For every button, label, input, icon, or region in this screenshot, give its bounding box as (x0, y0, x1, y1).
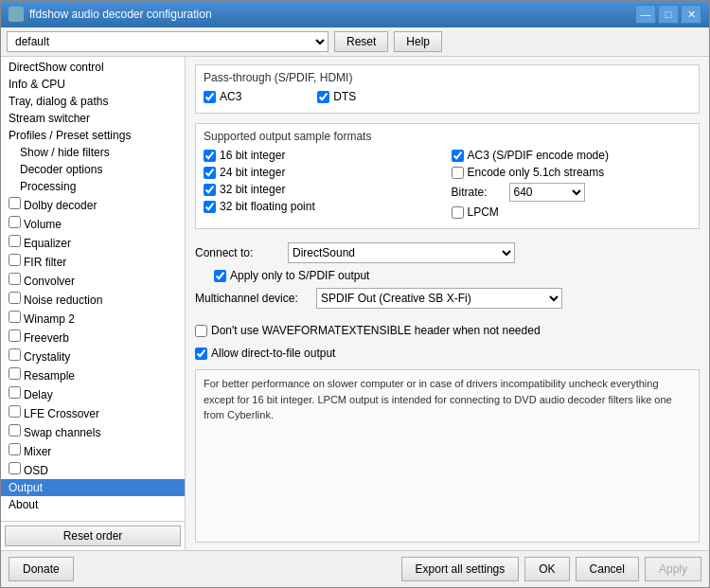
ok-button[interactable]: OK (524, 557, 569, 581)
window-title: ffdshow audio decoder configuration (29, 8, 630, 21)
connect-select[interactable]: DirectSound WASAPI WaveOut (288, 242, 515, 263)
sidebar-item-about[interactable]: About (1, 496, 185, 513)
sidebar-item-swap[interactable]: Swap channels (1, 422, 185, 441)
sidebar-item-freeverb[interactable]: Freeverb (1, 328, 185, 347)
sidebar-item-equalizer[interactable]: Equalizer (1, 233, 185, 252)
sidebar-checkbox-equalizer[interactable] (9, 235, 21, 247)
sidebar-item-crystality[interactable]: Crystality (1, 347, 185, 365)
sidebar-label-equalizer: Equalizer (24, 237, 71, 250)
sidebar-label-dolby: Dolby decoder (24, 199, 97, 212)
24bit-label: 24 bit integer (220, 166, 285, 179)
sidebar-item-profiles[interactable]: Profiles / Preset settings (1, 127, 185, 144)
sidebar: DirectShow controlInfo & CPUTray, dialog… (1, 57, 186, 550)
sidebar-item-directshow[interactable]: DirectShow control (1, 59, 185, 76)
sidebar-label-resample: Resample (24, 369, 75, 383)
sidebar-item-resample[interactable]: Resample (1, 365, 185, 384)
ac3-checkbox[interactable] (204, 91, 216, 103)
waveformat-checkbox[interactable] (195, 325, 207, 337)
sidebar-label-tray: Tray, dialog & paths (9, 95, 108, 108)
32float-checkbox[interactable] (204, 201, 216, 213)
multichannel-select[interactable]: SPDIF Out (Creative SB X-Fi) Default (316, 288, 562, 309)
sidebar-label-stream: Stream switcher (9, 112, 90, 125)
help-button[interactable]: Help (394, 31, 442, 52)
ac3-label: AC3 (220, 90, 241, 103)
close-button[interactable]: ✕ (681, 5, 701, 24)
sidebar-item-noise[interactable]: Noise reduction (1, 290, 185, 309)
16bit-checkbox[interactable] (204, 150, 216, 162)
sidebar-list: DirectShow controlInfo & CPUTray, dialog… (1, 57, 185, 521)
sidebar-label-mixer: Mixer (24, 445, 51, 458)
24bit-checkbox[interactable] (204, 167, 216, 179)
sidebar-item-info-cpu[interactable]: Info & CPU (1, 76, 185, 93)
sidebar-checkbox-convolver[interactable] (9, 273, 21, 285)
sidebar-label-output: Output (9, 481, 43, 494)
sidebar-item-output[interactable]: Output (1, 479, 185, 496)
sidebar-item-processing[interactable]: Processing (1, 178, 185, 195)
sidebar-checkbox-osd[interactable] (9, 462, 21, 474)
lpcm-label: LPCM (468, 205, 499, 219)
dts-checkbox[interactable] (317, 91, 329, 103)
encode51-checkbox[interactable] (452, 167, 464, 179)
sidebar-checkbox-freeverb[interactable] (9, 330, 21, 342)
lpcm-checkbox[interactable] (452, 206, 464, 219)
sidebar-item-fir[interactable]: FIR filter (1, 252, 185, 271)
sidebar-checkbox-lfe[interactable] (9, 405, 21, 418)
bitrate-row: Bitrate: 640 448 384 320 256 (452, 183, 692, 202)
bitrate-select[interactable]: 640 448 384 320 256 (509, 183, 585, 202)
sidebar-item-lfe[interactable]: LFE Crossover (1, 403, 185, 422)
output-formats-title: Supported output sample formats (204, 130, 691, 143)
sidebar-label-show-hide: Show / hide filters (20, 146, 110, 159)
24bit-row: 24 bit integer (204, 166, 444, 179)
32bit-checkbox[interactable] (204, 184, 216, 196)
sidebar-label-fir: FIR filter (24, 256, 66, 269)
export-button[interactable]: Export all settings (401, 557, 520, 581)
sidebar-label-about: About (9, 498, 38, 511)
sidebar-item-show-hide[interactable]: Show / hide filters (1, 144, 185, 161)
sidebar-checkbox-fir[interactable] (9, 254, 21, 266)
bitrate-label: Bitrate: (452, 186, 504, 199)
sidebar-item-winamp[interactable]: Winamp 2 (1, 309, 185, 328)
dts-label: DTS (333, 90, 356, 103)
sidebar-item-stream[interactable]: Stream switcher (1, 110, 185, 127)
sidebar-checkbox-volume[interactable] (9, 216, 21, 228)
sidebar-item-osd[interactable]: OSD (1, 460, 185, 479)
sidebar-checkbox-dolby[interactable] (9, 197, 21, 209)
output-formats-section: Supported output sample formats 16 bit i… (195, 123, 700, 229)
sidebar-item-decoder-options[interactable]: Decoder options (1, 161, 185, 178)
sidebar-checkbox-winamp[interactable] (9, 311, 21, 323)
sidebar-checkbox-delay[interactable] (9, 386, 21, 399)
sidebar-checkbox-noise[interactable] (9, 292, 21, 304)
reset-button[interactable]: Reset (334, 31, 388, 52)
sidebar-item-convolver[interactable]: Convolver (1, 271, 185, 290)
reset-order-button[interactable]: Reset order (5, 526, 181, 546)
sidebar-checkbox-resample[interactable] (9, 367, 21, 380)
multichannel-row: Multichannel device: SPDIF Out (Creative… (195, 288, 700, 309)
sidebar-item-delay[interactable]: Delay (1, 384, 185, 403)
apply-button[interactable]: Apply (645, 557, 701, 581)
dts-row: DTS (317, 90, 356, 103)
donate-button[interactable]: Donate (9, 557, 74, 581)
apply-only-checkbox[interactable] (214, 270, 226, 282)
bottombar: Donate Export all settings OK Cancel App… (1, 550, 709, 587)
sidebar-checkbox-mixer[interactable] (9, 443, 21, 455)
cancel-button[interactable]: Cancel (576, 557, 639, 581)
sidebar-checkbox-crystality[interactable] (9, 348, 21, 361)
sidebar-item-mixer[interactable]: Mixer (1, 441, 185, 460)
preset-select[interactable]: default (7, 31, 328, 52)
main-window: ffdshow audio decoder configuration — □ … (0, 0, 710, 588)
16bit-row: 16 bit integer (204, 149, 444, 162)
main-content: DirectShow controlInfo & CPUTray, dialog… (1, 57, 709, 550)
direct-checkbox[interactable] (195, 347, 207, 360)
sidebar-label-winamp: Winamp 2 (24, 312, 75, 326)
sidebar-item-tray[interactable]: Tray, dialog & paths (1, 93, 185, 110)
connect-label: Connect to: (195, 246, 280, 259)
ac3spdif-checkbox[interactable] (452, 150, 464, 162)
sidebar-label-decoder-options: Decoder options (20, 163, 102, 176)
minimize-button[interactable]: — (635, 5, 656, 24)
sidebar-checkbox-swap[interactable] (9, 424, 21, 437)
sidebar-item-dolby[interactable]: Dolby decoder (1, 195, 185, 214)
sidebar-item-volume[interactable]: Volume (1, 214, 185, 233)
connect-section: Connect to: DirectSound WASAPI WaveOut A… (195, 239, 700, 318)
maximize-button[interactable]: □ (658, 5, 679, 24)
sidebar-label-delay: Delay (24, 388, 53, 401)
